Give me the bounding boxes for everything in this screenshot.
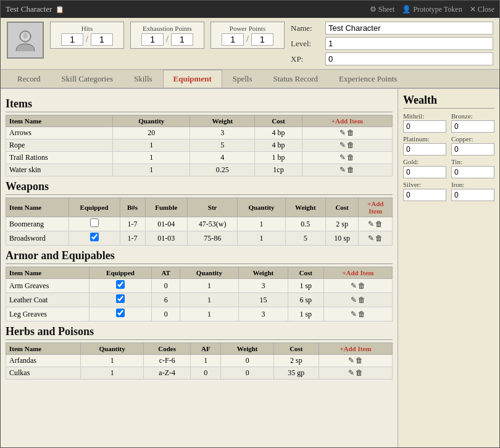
hits-current-input[interactable]: [61, 33, 83, 46]
window-title: Test Character: [6, 4, 52, 14]
bronze-label: Bronze:: [451, 112, 494, 120]
herbs-col-add[interactable]: +Add Item: [319, 343, 392, 355]
iron-input[interactable]: [451, 189, 494, 201]
exhaustion-max-input[interactable]: [171, 33, 193, 46]
edit-herb-button[interactable]: ✎: [348, 368, 354, 378]
wealth-tin: Tin:: [451, 158, 494, 178]
character-sheet-window: Test Character 📋 ⚙ Sheet 👤 Prototype Tok…: [0, 0, 500, 448]
wealth-copper: Copper:: [451, 135, 494, 156]
edit-item-button[interactable]: ✎: [340, 153, 346, 162]
edit-item-button[interactable]: ✎: [340, 128, 346, 138]
delete-item-button[interactable]: 🗑: [347, 128, 354, 138]
delete-weapon-button[interactable]: 🗑: [375, 220, 383, 229]
armor-equipped-checkbox[interactable]: [116, 309, 125, 317]
tin-label: Tin:: [451, 158, 494, 165]
tab-spells[interactable]: Spells: [222, 70, 263, 88]
armor-col-name: Item Name: [6, 267, 90, 279]
wealth-bronze: Bronze:: [451, 112, 494, 133]
gold-input[interactable]: [403, 166, 446, 178]
exhaustion-current-input[interactable]: [141, 33, 164, 46]
platinum-label: Platinum:: [403, 135, 446, 143]
weapons-col-str: Str: [188, 198, 238, 217]
edit-item-button[interactable]: ✎: [340, 141, 346, 150]
iron-label: Iron:: [451, 181, 494, 188]
weapons-section-header: Weapons: [6, 180, 393, 195]
table-row: Boomerang 1-7 01-04 47-53(w) 1 0.5 2 sp …: [6, 217, 393, 231]
items-col-name: Item Name: [6, 115, 113, 127]
items-col-add[interactable]: +Add Item: [302, 115, 392, 127]
herbs-col-quantity: Quantity: [81, 343, 144, 355]
level-input[interactable]: [325, 37, 493, 50]
prototype-token-button[interactable]: 👤 Prototype Token: [402, 5, 462, 14]
table-row: Arrows 20 3 4 bp ✎🗑: [6, 127, 393, 139]
wealth-silver: Silver:: [403, 181, 446, 201]
bronze-input[interactable]: [451, 120, 494, 133]
armor-col-at: AT: [152, 267, 180, 279]
armor-equipped-checkbox[interactable]: [116, 294, 125, 303]
wealth-platinum: Platinum:: [403, 135, 446, 156]
close-button[interactable]: ✕ Close: [470, 5, 494, 14]
items-table: Item Name Quantity Weight Cost +Add Item…: [6, 115, 393, 176]
edit-weapon-button[interactable]: ✎: [368, 234, 374, 243]
titlebar-left: Test Character 📋: [6, 4, 64, 14]
armor-equipped-checkbox[interactable]: [116, 280, 125, 289]
delete-armor-button[interactable]: 🗑: [358, 310, 365, 319]
delete-herb-button[interactable]: 🗑: [356, 368, 363, 378]
sheet-button[interactable]: ⚙ Sheet: [370, 5, 395, 14]
delete-herb-button[interactable]: 🗑: [356, 356, 363, 365]
armor-col-equipped: Equipped: [89, 267, 152, 279]
edit-herb-button[interactable]: ✎: [348, 356, 354, 365]
delete-weapon-button[interactable]: 🗑: [375, 234, 383, 243]
armor-table: Item Name Equipped AT Quantity Weight Co…: [6, 267, 393, 321]
weapons-col-cost: Cost: [325, 198, 358, 217]
weapons-col-weight: Weight: [285, 198, 325, 217]
wealth-grid: Mithril: Bronze: Platinum: Copper: Gold:: [403, 112, 494, 201]
character-avatar[interactable]: [7, 22, 44, 59]
hits-label: Hits: [57, 25, 117, 32]
tab-status-record[interactable]: Status Record: [263, 70, 329, 88]
delete-item-button[interactable]: 🗑: [347, 165, 354, 175]
xp-input[interactable]: [325, 52, 493, 65]
tab-skills[interactable]: Skills: [123, 70, 163, 88]
delete-armor-button[interactable]: 🗑: [358, 296, 365, 305]
name-label: Name:: [291, 23, 322, 33]
edit-weapon-button[interactable]: ✎: [368, 220, 374, 229]
power-current-input[interactable]: [222, 33, 244, 46]
weapons-col-bns: B#s: [120, 198, 145, 217]
tab-skill-categories[interactable]: Skill Categories: [51, 70, 123, 88]
herbs-table: Item Name Quantity Codes AF Weight Cost …: [6, 342, 393, 380]
table-row: Arm Greaves 0 1 3 1 sp ✎🗑: [6, 279, 393, 293]
person-icon: 👤: [402, 5, 411, 14]
platinum-input[interactable]: [403, 143, 446, 156]
character-header: Hits / Exhaustion Points / Power Points …: [1, 18, 499, 70]
edit-armor-button[interactable]: ✎: [351, 296, 357, 305]
wealth-mithril: Mithril:: [403, 112, 446, 133]
tab-bar: Record Skill Categories Skills Equipment…: [1, 70, 499, 89]
exhaustion-box: Exhaustion Points /: [130, 22, 204, 49]
tab-record[interactable]: Record: [7, 70, 51, 88]
level-label: Level:: [291, 39, 322, 49]
armor-col-add[interactable]: +Add Item: [323, 267, 392, 279]
edit-item-button[interactable]: ✎: [340, 165, 346, 175]
edit-armor-button[interactable]: ✎: [351, 310, 357, 319]
name-input[interactable]: [325, 22, 493, 35]
silver-input[interactable]: [403, 189, 446, 201]
tab-experience-points[interactable]: Experience Points: [328, 70, 407, 88]
weapon-equipped-checkbox[interactable]: [90, 218, 99, 227]
hits-max-input[interactable]: [91, 33, 113, 46]
weapons-col-add[interactable]: +AddItem: [359, 198, 393, 217]
table-row: Leg Greaves 0 1 3 1 sp ✎🗑: [6, 307, 393, 321]
weapons-table: Item Name Equipped B#s Fumble Str Quanti…: [6, 197, 393, 246]
copper-label: Copper:: [451, 135, 494, 143]
edit-armor-button[interactable]: ✎: [351, 281, 357, 291]
tab-equipment[interactable]: Equipment: [163, 70, 222, 88]
tin-input[interactable]: [451, 166, 494, 178]
copper-input[interactable]: [451, 143, 494, 156]
delete-item-button[interactable]: 🗑: [347, 141, 354, 150]
delete-armor-button[interactable]: 🗑: [358, 281, 365, 291]
delete-item-button[interactable]: 🗑: [347, 153, 354, 162]
weapon-equipped-checkbox[interactable]: [90, 233, 99, 241]
gear-icon: ⚙: [370, 5, 377, 14]
power-max-input[interactable]: [251, 33, 273, 46]
mithril-input[interactable]: [403, 120, 446, 133]
